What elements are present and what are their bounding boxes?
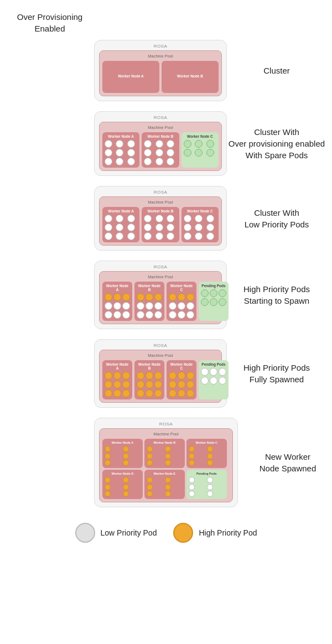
pod [154,302,162,310]
nodes-row-6: Worker Node A Worker Node B [102,439,230,499]
right-label-new-node: New WorkerNode Spawned [238,451,332,474]
pod [155,232,163,240]
wn-c5-label: Worker Node C [169,362,194,370]
pods-a5 [105,372,130,397]
pod [147,477,153,483]
nodes-row-4: Worker Node A [102,282,219,321]
pods-c4 [169,293,194,319]
pod [154,311,162,319]
worker-node-a-4: Worker Node A [102,282,132,321]
pending-pods-6: Pending Pods [186,470,227,499]
pending-label-4: Pending Pods [201,284,226,288]
pod [206,232,214,240]
pod [210,298,217,306]
pod [122,311,130,319]
pod [155,149,163,157]
pod [122,293,130,301]
pod [105,293,112,301]
worker-node-a-3: Worker Node A [102,207,139,242]
pod [105,389,112,397]
pod [165,453,171,459]
row-cluster-spare: ROSA Machine Pool Worker Node A [6,111,326,176]
pods-p6 [189,477,225,497]
nodes-row-3: Worker Node A [102,207,219,242]
worker-node-a-label-1: Worker Node A [108,74,154,78]
pod [167,224,174,231]
pod [178,293,185,301]
header-left-label: Over ProvisioningEnabled [6,11,94,34]
wn-a3-label: Worker Node A [105,209,137,213]
pod [105,302,112,310]
pod [201,368,209,376]
row-high-full: ROSA Machine Pool Worker Node A [6,339,326,408]
pod [189,484,195,490]
pod [201,298,209,306]
pod [146,372,153,380]
pod [146,293,153,301]
pod [169,293,177,301]
worker-node-c-2: Worker Node C [181,132,219,168]
pod [189,453,195,459]
worker-node-b-2: Worker Node B [142,132,179,168]
pod [210,289,217,297]
machine-pool-label-3: Machine Pool [102,200,219,205]
pods-a4 [105,293,130,319]
pod [195,215,203,222]
pod [127,215,135,222]
header-row: Over ProvisioningEnabled [6,11,326,34]
rosa-box-1: ROSA Machine Pool Worker Node A Worker N… [94,40,227,101]
pod [113,372,121,380]
pod [105,381,112,388]
machine-pool-label-5: Machine Pool [102,353,219,358]
pod [105,232,112,240]
pod [123,453,129,459]
pod [144,140,152,148]
pods-c5 [169,372,194,397]
pod [122,372,130,380]
machine-pool-1: Machine Pool Worker Node A Worker Node B [99,50,222,96]
pod [184,149,191,157]
right-label-cluster-spare: Cluster WithOver provisioning enabledWit… [227,126,326,161]
wn-b2-label: Worker Node B [144,134,177,138]
pod [105,311,112,319]
pod [195,232,203,240]
pod [144,232,152,240]
right-label-cluster-basic: Cluster [227,65,326,76]
worker-node-a-5: Worker Node A [102,360,132,399]
pod [127,232,135,240]
right-label-cluster-low: Cluster WithLow Priority Pods [227,207,326,230]
nodes-row-1: Worker Node A Worker Node B [102,61,219,93]
machine-pool-label-4: Machine Pool [102,274,219,279]
pod [155,224,163,231]
pod [165,477,171,483]
pod [184,232,191,240]
pending-pods-4: Pending Pods [199,282,229,321]
legend-high-priority: High Priority Pod [173,523,257,543]
pod [184,215,191,222]
pods-b2 [144,140,177,165]
pods-c2 [184,140,216,157]
machine-pool-label-2: Machine Pool [102,125,219,130]
pod [169,372,177,380]
pod [113,293,121,301]
row-cluster-basic: ROSA Machine Pool Worker Node A Worker N… [6,40,326,101]
legend-high-label: High Priority Pod [199,528,257,537]
pod [144,224,152,231]
pod [146,381,153,388]
machine-pool-5: Machine Pool Worker Node A [99,350,222,403]
pods-a2 [105,140,137,165]
pod [210,377,217,385]
wn-e6-label: Worker Node E [147,472,183,475]
row-high-spawn: ROSA Machine Pool Worker Node A [6,261,326,329]
diagram-cluster-basic: ROSA Machine Pool Worker Node A Worker N… [94,40,227,101]
legend-low-priority: Low Priority Pod [75,523,157,543]
pods-p4 [201,289,226,306]
row-new-node: ROSA Machine Pool Worker Node A [6,418,326,507]
pod [105,158,112,165]
pod [165,484,171,490]
diagram-high-full: ROSA Machine Pool Worker Node A [94,339,227,408]
rosa-box-6: ROSA Machine Pool Worker Node A [94,418,238,507]
pod [123,446,129,452]
pod [127,224,135,231]
pod [207,484,213,490]
